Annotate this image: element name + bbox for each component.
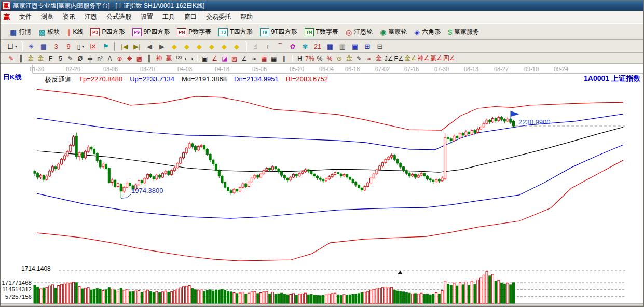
- candle-body: [233, 189, 235, 193]
- date-tick: 06-18: [345, 66, 360, 72]
- volume-bar: [480, 278, 482, 303]
- volume-bar: [156, 291, 158, 303]
- volume-bar: [334, 293, 336, 303]
- candle-body: [248, 182, 250, 186]
- volume-bar: [441, 291, 443, 304]
- candle-body: [381, 163, 383, 166]
- candle-body: [349, 177, 351, 179]
- volume-bar: [281, 293, 283, 303]
- candle-body: [251, 178, 253, 182]
- candle-body: [480, 127, 482, 129]
- volume-bar: [58, 286, 60, 304]
- candle-body: [513, 121, 515, 126]
- volume-bar: [102, 291, 104, 304]
- volume-bar: [340, 295, 342, 303]
- indicator-name: 极反通道: [45, 75, 72, 85]
- volume-bar: [209, 290, 211, 303]
- volume-bar: [221, 289, 223, 303]
- volume-bar: [138, 291, 140, 304]
- indicator-value-3: Dn=2134.9951: [234, 75, 279, 85]
- volume-bar: [313, 295, 316, 303]
- candle-body: [298, 173, 300, 176]
- volume-bar: [93, 289, 95, 303]
- volume-bar: [477, 280, 479, 303]
- candle-body: [370, 178, 372, 183]
- candle-body: [290, 177, 292, 180]
- candle-body: [465, 132, 467, 135]
- volume-bar: [468, 285, 470, 303]
- date-tick: 07-16: [404, 66, 419, 72]
- chart-canvas[interactable]: [1, 1, 644, 307]
- volume-bar: [391, 287, 393, 303]
- candle-body: [129, 183, 131, 186]
- candle-body: [43, 175, 45, 179]
- volume-bar: [403, 292, 405, 303]
- symbol-label: 1A0001 上证指数: [584, 74, 640, 83]
- status-bar: [1, 304, 643, 307]
- app-window: 赢 赢家江恩专业版[赢家内部服务平台] - [上证指数 SH1A0001-162…: [0, 0, 644, 307]
- candle-body: [40, 175, 42, 177]
- volume-bar: [236, 294, 238, 303]
- volume-bar: [459, 283, 461, 303]
- volume-bar: [147, 290, 149, 303]
- volume-bar: [218, 290, 220, 303]
- volume-bar: [203, 291, 205, 303]
- volume-bar: [185, 286, 187, 303]
- volume-bar: [414, 294, 416, 303]
- candle-body: [391, 156, 393, 157]
- candle-body: [159, 175, 161, 177]
- candle-body: [61, 159, 63, 164]
- candle-body: [403, 167, 405, 171]
- candle-body: [325, 179, 327, 181]
- candle-body: [46, 176, 48, 180]
- candle-body: [334, 173, 336, 175]
- candle-body: [459, 133, 461, 138]
- candle-body: [165, 171, 167, 173]
- candle-body: [191, 144, 194, 146]
- volume-bar: [373, 289, 375, 303]
- volume-bar: [200, 290, 202, 303]
- volume-bar: [275, 294, 277, 303]
- candle-body: [367, 183, 369, 187]
- volume-bar: [393, 290, 395, 303]
- candle-body: [319, 178, 321, 179]
- candle-body: [412, 174, 414, 176]
- date-tick: 05-20: [290, 66, 304, 72]
- volume-bar: [87, 288, 89, 303]
- candle-body: [474, 131, 476, 133]
- candle-body: [396, 159, 399, 163]
- candle-body: [102, 164, 104, 166]
- date-tick: 05-06: [252, 66, 267, 72]
- volume-axis-label: 171771468: [1, 280, 32, 286]
- candle-body: [358, 185, 360, 188]
- volume-bar: [176, 289, 179, 304]
- candle-body: [203, 145, 205, 149]
- volume-bar: [474, 284, 476, 303]
- candle-body: [263, 171, 265, 174]
- candle-body: [310, 171, 312, 174]
- candle-body: [70, 145, 72, 151]
- price-min-label: 1714.1408: [21, 265, 51, 272]
- candle-body: [468, 132, 470, 134]
- candle-body: [444, 137, 446, 179]
- volume-bar: [70, 283, 72, 303]
- candle-body: [224, 183, 226, 188]
- volume-bar: [412, 294, 414, 303]
- candle-body: [81, 153, 84, 158]
- candle-body: [111, 180, 113, 182]
- candle-body: [123, 187, 125, 191]
- candle-body: [269, 169, 271, 170]
- volume-bar: [84, 288, 86, 303]
- candle-body: [260, 174, 262, 177]
- volume-bar: [144, 291, 146, 303]
- volume-bar: [168, 292, 170, 303]
- candle-body: [236, 189, 238, 191]
- candle-body: [373, 174, 375, 178]
- volume-bar: [319, 296, 321, 303]
- candle-body: [242, 184, 244, 187]
- candle-body: [441, 178, 443, 180]
- candle-body: [426, 176, 428, 179]
- volume-bar: [248, 293, 250, 303]
- candle-body: [316, 176, 318, 178]
- volume-bar: [462, 285, 464, 303]
